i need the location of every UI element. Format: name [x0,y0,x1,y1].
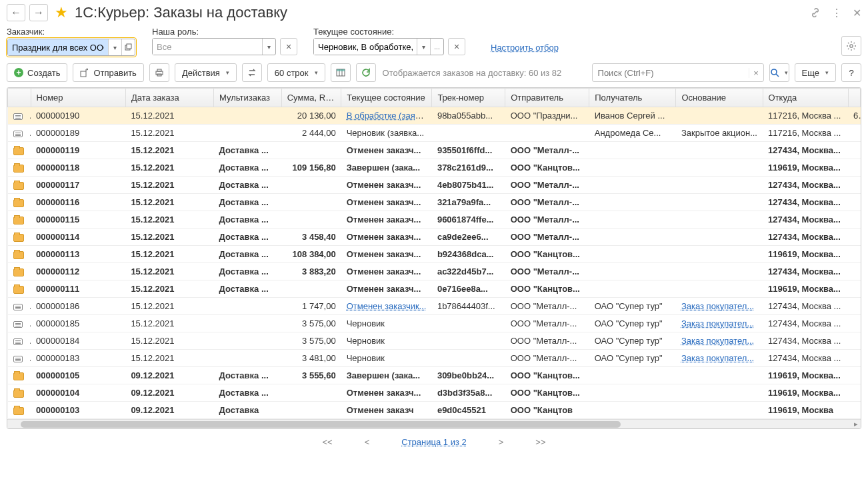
table-row[interactable]: 00000011515.12.2021Доставка ...Отменен з… [8,211,861,229]
configure-filter-link[interactable]: Настроить отбор [491,43,559,53]
folder-icon [13,286,24,294]
orders-table[interactable]: НомерДата заказаМультизаказСумма, RUBТек… [7,88,861,419]
table-row[interactable]: 00000011415.12.2021Доставка ...3 458,40О… [8,229,861,246]
column-header[interactable]: Основание [676,89,763,107]
role-clear-button[interactable]: × [280,38,297,55]
table-row[interactable]: 00000011315.12.2021Доставка ...108 384,0… [8,246,861,263]
doc-icon [13,304,23,310]
doc-icon [13,131,23,137]
status-link[interactable]: Отменен заказчик... [347,301,427,311]
more-button[interactable]: Еще▾ [795,63,836,82]
search-input[interactable] [593,68,749,78]
table-row[interactable]: 00000018315.12.20213 481,00ЧерновикООО "… [8,350,861,367]
table-row[interactable]: 00000019015.12.202120 136,00В обработке … [8,107,861,125]
folder-icon [13,199,24,207]
svg-rect-3 [81,71,86,77]
folder-icon [13,182,24,190]
search-button[interactable]: ▾ [769,63,789,82]
svg-rect-5 [157,69,161,71]
svg-rect-1 [127,44,131,49]
role-dropdown-button[interactable]: ▾ [262,39,275,55]
state-clear-button[interactable]: × [448,38,465,55]
create-button[interactable]: + Создать [7,63,67,82]
rows-button[interactable]: 60 строк▾ [267,63,325,82]
doc-icon [13,356,23,362]
state-filter-input[interactable] [314,39,417,55]
column-header[interactable]: Трек-номер [432,89,505,107]
help-button[interactable]: ? [841,63,861,82]
svg-line-12 [776,74,779,77]
table-row[interactable]: 00000011215.12.2021Доставка ...3 883,20О… [8,263,861,280]
search-clear-button[interactable]: × [749,68,763,78]
column-header[interactable]: Откуда [763,89,848,107]
column-header[interactable]: Получатель [589,89,676,107]
send-button[interactable]: Отправить [73,63,143,82]
basis-link[interactable]: Заказ покупател... [681,318,754,328]
table-row[interactable]: 00000011615.12.2021Доставка ...Отменен з… [8,194,861,211]
folder-icon [13,165,24,173]
pager-prev[interactable]: < [365,437,370,447]
settings-button[interactable] [841,36,861,56]
page-title: 1С:Курьер: Заказы на доставку [75,4,287,21]
column-header[interactable]: Отправитель [505,89,589,107]
doc-icon [13,338,23,345]
table-row[interactable]: 00000010309.12.2021ДоставкаОтменен заказ… [8,402,861,419]
column-header[interactable]: Сумма, RUB [281,89,341,107]
link-icon[interactable] [810,7,821,18]
close-icon[interactable]: ✕ [853,7,861,19]
nav-back-button[interactable]: ← [7,4,25,21]
column-header[interactable] [848,89,860,107]
table-row[interactable]: 00000011915.12.2021Доставка ...Отменен з… [8,142,861,159]
table-row[interactable]: 00000018415.12.20213 575,00ЧерновикООО "… [8,332,861,350]
table-row[interactable]: 00000010409.12.2021Доставка ...Отменен з… [8,384,861,402]
send-icon [80,68,89,77]
column-header[interactable]: Мультизаказ [214,89,282,107]
table-row[interactable]: 00000010509.12.2021Доставка ...3 555,60З… [8,367,861,384]
horizontal-scrollbar[interactable]: ▸ [7,419,861,428]
role-filter-input[interactable] [153,39,262,55]
customer-filter-input[interactable] [8,39,108,55]
column-header[interactable]: Дата заказа [125,89,213,107]
doc-icon [13,113,23,120]
state-dropdown-button[interactable]: ▾ [417,39,430,55]
folder-icon [13,407,24,415]
table-row[interactable]: 00000018915.12.20212 444,00Черновик (зая… [8,125,861,142]
folder-icon [13,251,24,259]
search-box[interactable]: × [592,63,764,82]
pager-next[interactable]: > [499,437,504,447]
basis-link[interactable]: Заказ покупател... [681,336,754,346]
svg-point-2 [850,45,853,47]
pager-first[interactable]: << [323,437,333,447]
customer-open-button[interactable] [121,39,135,55]
print-button[interactable] [149,63,169,82]
plus-icon: + [14,68,23,77]
status-link[interactable]: В обработке (заяв... [347,111,427,121]
pager-last[interactable]: >> [535,437,545,447]
table-row[interactable]: 00000011715.12.2021Доставка ...Отменен з… [8,177,861,194]
column-header[interactable] [8,89,31,107]
basis-link[interactable]: Заказ покупател... [681,301,754,311]
column-header[interactable]: Текущее состояние [341,89,432,107]
state-ellipsis-button[interactable]: ... [430,39,443,55]
doc-icon [13,321,23,328]
customer-dropdown-button[interactable]: ▾ [108,39,121,55]
basis-link[interactable]: Заказ покупател... [681,353,754,363]
columns-button[interactable] [331,63,351,82]
state-filter-label: Текущее состояние: [313,27,465,37]
table-row[interactable]: 00000018515.12.20213 575,00ЧерновикООО "… [8,315,861,332]
table-row[interactable]: 00000011115.12.2021Доставка ...Отменен з… [8,280,861,298]
nav-forward-button[interactable]: → [29,4,48,21]
customer-filter-label: Заказчик: [7,27,136,37]
column-header[interactable]: Номер [31,89,125,107]
folder-icon [13,147,24,155]
svg-rect-10 [337,69,345,71]
folder-icon [13,217,24,225]
actions-button[interactable]: Действия▾ [175,63,237,82]
star-icon[interactable]: ★ [55,4,68,21]
refresh-button[interactable] [356,63,376,82]
swap-button[interactable] [242,63,262,82]
kebab-menu-icon[interactable]: ⋮ [831,7,842,19]
pager-current[interactable]: Страница 1 из 2 [401,437,466,447]
table-row[interactable]: 00000018615.12.20211 747,00Отменен заказ… [8,298,861,315]
table-row[interactable]: 00000011815.12.2021Доставка ...109 156,8… [8,159,861,177]
